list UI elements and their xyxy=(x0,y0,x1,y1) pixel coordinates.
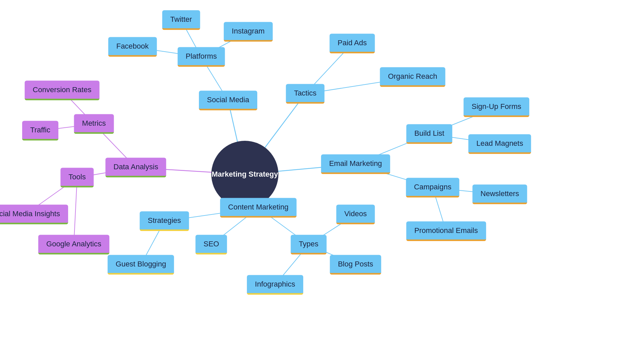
node-instagram[interactable]: Instagram xyxy=(224,22,273,42)
node-types[interactable]: Types xyxy=(291,235,327,255)
node-social_media_insights[interactable]: Social Media Insights xyxy=(0,205,68,225)
node-newsletters[interactable]: Newsletters xyxy=(473,185,527,204)
node-traffic[interactable]: Traffic xyxy=(22,121,58,141)
node-tactics[interactable]: Tactics xyxy=(286,84,324,104)
node-metrics[interactable]: Metrics xyxy=(74,114,114,134)
node-google_analytics[interactable]: Google Analytics xyxy=(38,235,109,255)
node-sign_up_forms[interactable]: Sign-Up Forms xyxy=(464,98,529,117)
node-infographics[interactable]: Infographics xyxy=(247,275,303,295)
node-tools[interactable]: Tools xyxy=(60,168,94,188)
node-data_analysis[interactable]: Data Analysis xyxy=(105,158,166,178)
node-seo[interactable]: SEO xyxy=(196,235,227,255)
node-build_list[interactable]: Build List xyxy=(406,124,452,144)
node-campaigns[interactable]: Campaigns xyxy=(406,178,459,198)
node-platforms[interactable]: Platforms xyxy=(178,47,225,67)
node-lead_magnets[interactable]: Lead Magnets xyxy=(468,134,531,154)
node-organic_reach[interactable]: Organic Reach xyxy=(380,67,445,87)
node-videos[interactable]: Videos xyxy=(336,205,375,225)
node-paid_ads[interactable]: Paid Ads xyxy=(330,34,375,54)
node-promotional_emails[interactable]: Promotional Emails xyxy=(406,222,486,241)
node-facebook[interactable]: Facebook xyxy=(108,37,157,57)
connections-svg xyxy=(0,0,644,362)
node-content_marketing[interactable]: Content Marketing xyxy=(220,198,297,218)
node-email_marketing[interactable]: Email Marketing xyxy=(321,155,390,174)
node-blog_posts[interactable]: Blog Posts xyxy=(330,255,381,275)
node-conversion_rates[interactable]: Conversion Rates xyxy=(25,81,100,101)
node-guest_blogging[interactable]: Guest Blogging xyxy=(108,255,174,275)
node-twitter[interactable]: Twitter xyxy=(162,10,200,30)
mindmap-canvas: Marketing StrategySocial MediaPlatformsT… xyxy=(0,0,644,362)
node-social_media[interactable]: Social Media xyxy=(199,91,257,111)
node-strategies[interactable]: Strategies xyxy=(140,212,189,231)
